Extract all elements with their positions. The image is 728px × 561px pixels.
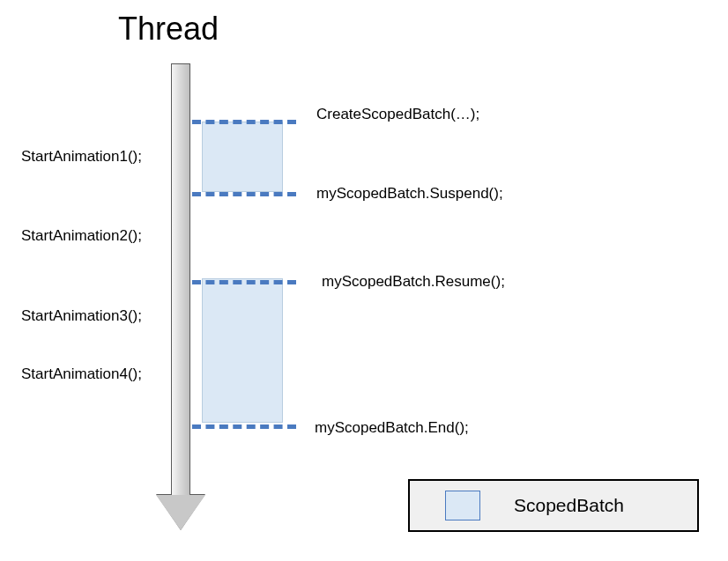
thread-timeline-arrow <box>171 63 190 495</box>
legend-swatch-icon <box>445 491 480 520</box>
arrow-head-icon <box>156 495 205 530</box>
batch-method-label: myScopedBatch.End(); <box>315 419 469 437</box>
legend-box: ScopedBatch <box>408 479 699 532</box>
legend-label: ScopedBatch <box>514 495 624 516</box>
batch-boundary-line <box>192 280 296 284</box>
batch-method-label: myScopedBatch.Suspend(); <box>316 185 503 203</box>
batch-method-label: myScopedBatch.Resume(); <box>322 273 505 291</box>
diagram-title: Thread <box>118 11 219 48</box>
scoped-batch-region-1 <box>202 122 283 192</box>
batch-method-label: CreateScopedBatch(…); <box>316 106 479 123</box>
arrow-shaft <box>171 63 190 495</box>
code-call-label: StartAnimation3(); <box>21 307 142 325</box>
scoped-batch-region-2 <box>202 278 283 423</box>
code-call-label: StartAnimation2(); <box>21 227 142 245</box>
batch-boundary-line <box>192 192 296 196</box>
code-call-label: StartAnimation4(); <box>21 365 142 383</box>
code-call-label: StartAnimation1(); <box>21 148 142 166</box>
batch-boundary-line <box>192 424 296 429</box>
batch-boundary-line <box>192 120 296 124</box>
